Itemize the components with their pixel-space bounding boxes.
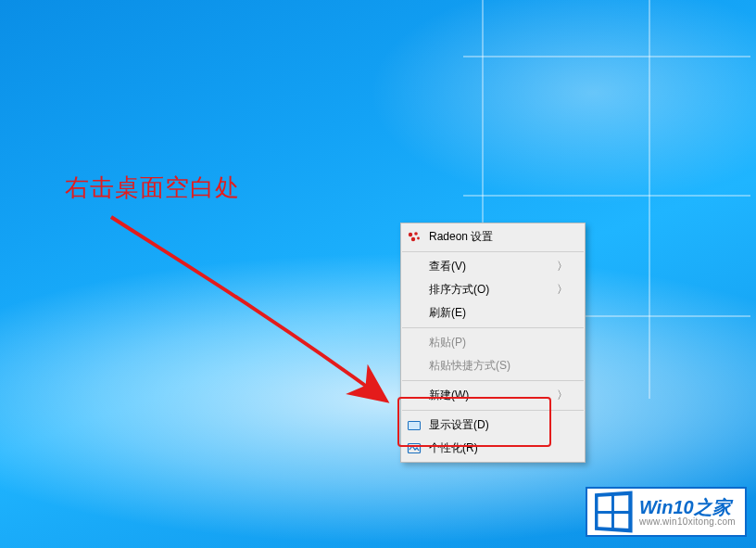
desktop-context-menu: Radeon 设置 查看(V) 〉 排序方式(O) 〉 刷新(E) 粘贴(P) …	[400, 223, 586, 463]
annotation-arrow	[100, 211, 404, 414]
menu-separator	[402, 251, 584, 252]
watermark-text: Win10之家 www.win10xitong.com	[639, 498, 736, 527]
menu-item-sort-by[interactable]: 排序方式(O) 〉	[401, 278, 585, 301]
menu-item-new[interactable]: 新建(W) 〉	[401, 384, 585, 407]
menu-item-refresh[interactable]: 刷新(E)	[401, 301, 585, 325]
menu-item-view[interactable]: 查看(V) 〉	[401, 255, 585, 278]
chevron-right-icon: 〉	[557, 282, 568, 298]
personalize-icon	[407, 441, 422, 456]
display-icon	[407, 418, 422, 433]
menu-label: Radeon 设置	[429, 229, 568, 245]
menu-label: 粘贴快捷方式(S)	[429, 358, 568, 374]
menu-label: 粘贴(P)	[429, 335, 568, 350]
menu-label: 查看(V)	[429, 259, 549, 274]
chevron-right-icon: 〉	[557, 388, 568, 403]
menu-label: 个性化(R)	[429, 440, 568, 456]
svg-point-1	[414, 232, 418, 236]
menu-label: 刷新(E)	[429, 305, 568, 321]
svg-point-3	[417, 236, 420, 239]
desktop-window-lines	[0, 0, 756, 548]
watermark-title-en: Win10	[639, 497, 694, 517]
menu-label: 排序方式(O)	[429, 282, 549, 298]
watermark-title-zh: 之家	[694, 497, 731, 517]
desktop-light-beam	[0, 0, 756, 548]
chevron-right-icon: 〉	[557, 259, 568, 274]
menu-item-paste: 粘贴(P)	[401, 331, 585, 354]
radeon-icon	[407, 230, 422, 245]
watermark: Win10之家 www.win10xitong.com	[586, 487, 747, 537]
menu-item-radeon-settings[interactable]: Radeon 设置	[401, 225, 585, 249]
svg-point-5	[416, 445, 418, 447]
menu-label: 显示设置(D)	[429, 417, 568, 433]
menu-separator	[402, 327, 584, 328]
svg-point-0	[409, 232, 412, 236]
menu-separator	[402, 380, 584, 381]
watermark-url: www.win10xitong.com	[639, 516, 736, 527]
windows-logo-icon	[595, 491, 633, 533]
menu-label: 新建(W)	[429, 388, 549, 403]
annotation-text: 右击桌面空白处	[65, 172, 240, 204]
menu-item-display-settings[interactable]: 显示设置(D)	[401, 414, 585, 437]
menu-item-personalize[interactable]: 个性化(R)	[401, 437, 585, 460]
svg-point-2	[411, 236, 415, 240]
menu-separator	[402, 410, 584, 411]
menu-item-paste-shortcut: 粘贴快捷方式(S)	[401, 354, 585, 377]
